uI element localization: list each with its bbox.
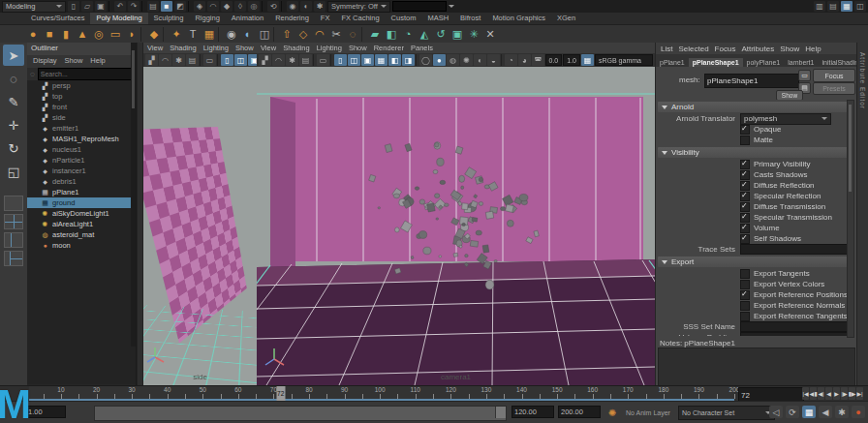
status-icon[interactable] [281, 1, 285, 12]
playback-button[interactable]: ◀| [818, 387, 824, 400]
checkbox[interactable] [740, 181, 750, 191]
viewport-toolbar-icon[interactable] [313, 54, 316, 66]
status-icon[interactable]: ↶ [114, 1, 126, 12]
node-name-field[interactable] [704, 74, 799, 88]
shelf-icon[interactable]: ◐ [240, 27, 256, 42]
viewport-toolbar-icon[interactable]: ▤ [186, 54, 199, 66]
status-icon[interactable]: ◩ [174, 1, 186, 12]
shelf-tab[interactable]: Curves/Surfaces [25, 13, 90, 24]
tool-button[interactable]: ↻ [3, 137, 24, 159]
outliner-item[interactable]: moon [27, 240, 136, 251]
pin-icon[interactable]: ▭ [798, 70, 811, 81]
menu-set-dropdown[interactable]: Modeling [2, 1, 66, 13]
focus-button[interactable]: Focus [813, 69, 855, 82]
character-set-icon[interactable]: ✺ [605, 406, 619, 419]
viewport-toolbar-icon[interactable]: ● [433, 54, 446, 66]
sidebar-toggle-icon[interactable]: ▦ [841, 1, 852, 12]
outliner-search-input[interactable] [38, 68, 133, 80]
shelf-icon[interactable] [361, 27, 366, 42]
shelf-icon[interactable]: ◌ [345, 27, 360, 42]
ae-menu[interactable]: Show [780, 45, 799, 53]
shelf-icon[interactable]: ▰ [367, 27, 383, 42]
viewport-toolbar-icon[interactable]: ▭ [203, 54, 216, 66]
viewport-toolbar-icon[interactable] [416, 54, 418, 66]
status-icon[interactable]: ▣ [95, 1, 107, 12]
checkbox[interactable] [740, 301, 750, 311]
viewport-toolbar-icon[interactable]: ▦ [375, 54, 388, 66]
timeline-ruler[interactable]: 72 1020304050607080901001101201301401501… [29, 386, 734, 401]
tool-button[interactable]: ✎ [3, 91, 24, 112]
status-icon[interactable]: ◠ [207, 1, 219, 12]
section-arnold[interactable]: Arnold [658, 102, 848, 112]
playback-button[interactable]: ▮▶ [849, 387, 855, 400]
status-input-field[interactable] [392, 1, 447, 12]
shelf-icon[interactable]: ↺ [433, 27, 449, 42]
shelf-tab[interactable]: Animation [226, 13, 269, 24]
playback-option-icon[interactable]: ◀ [819, 406, 832, 418]
viewport-toolbar-icon[interactable]: ◍ [447, 54, 459, 66]
viewport-menu[interactable]: Panels [411, 44, 433, 52]
status-icon[interactable]: ◆ [221, 1, 232, 12]
viewport-menu[interactable]: Renderer [374, 44, 404, 52]
gamma-value[interactable]: 1.0 [563, 54, 580, 66]
viewport-menu[interactable]: Show [349, 44, 367, 52]
checkbox[interactable] [740, 213, 750, 223]
playback-end-field[interactable] [512, 406, 554, 418]
shelf-icon[interactable]: ◔ [400, 27, 416, 42]
shelf-icon[interactable]: ◫ [257, 27, 272, 42]
outliner-item[interactable]: debris1 [27, 176, 136, 187]
checkbox[interactable] [740, 290, 750, 300]
viewport-toolbar-icon[interactable]: ◫ [348, 54, 360, 66]
viewport-toolbar-icon[interactable]: ◯ [419, 54, 432, 66]
shelf-icon[interactable]: ✳ [466, 27, 481, 42]
status-icon[interactable]: ◎ [248, 1, 260, 12]
status-icon[interactable]: ◐ [300, 1, 312, 12]
ae-menu[interactable]: Selected [678, 45, 708, 53]
ae-node-tab[interactable]: polyPlane1 [743, 58, 785, 67]
viewport-toolbar-icon[interactable]: ▞ [259, 54, 271, 66]
shelf-icon[interactable]: ◗ [124, 27, 140, 42]
shelf-icon[interactable]: ◎ [91, 27, 107, 42]
viewport-toolbar-icon[interactable]: ◠ [159, 54, 171, 66]
outliner-item[interactable]: persp [27, 80, 136, 91]
ae-menu[interactable]: Help [805, 45, 821, 53]
playback-button[interactable]: ◀ [825, 387, 832, 400]
checkbox[interactable] [740, 136, 750, 145]
view-transform-dropdown[interactable]: sRGB gamma [595, 54, 653, 66]
outliner-item[interactable]: aiSkyDomeLight1 [27, 208, 136, 219]
checkbox[interactable] [740, 224, 750, 233]
symmetry-dropdown[interactable]: Symmetry: Off [327, 1, 390, 13]
sidebar-toggle-icon[interactable]: ◫ [854, 1, 866, 12]
shelf-tab[interactable]: Rendering [269, 13, 315, 24]
pane-divider[interactable] [137, 43, 143, 385]
section-visibility[interactable]: Visibility [658, 147, 848, 158]
viewport-scene[interactable]: camera1 [257, 67, 655, 385]
viewport-toolbar-icon[interactable] [200, 54, 202, 66]
viewport-menu[interactable]: Show [235, 44, 254, 52]
shelf-tab[interactable]: XGen [551, 13, 581, 24]
shelf-icon[interactable]: ▦ [202, 27, 217, 42]
checkbox[interactable] [740, 269, 750, 279]
playback-option-icon[interactable]: ● [852, 406, 865, 418]
range-slider-bar[interactable] [94, 406, 507, 421]
outliner-item[interactable]: front [27, 102, 136, 112]
trace-sets-field[interactable] [740, 244, 850, 255]
shelf-icon[interactable]: ◇ [295, 27, 311, 42]
viewport-toolbar-icon[interactable]: ◧ [388, 54, 401, 66]
viewport-toolbar-icon[interactable]: ▞ [145, 54, 158, 66]
viewport-toolbar-icon[interactable]: ▭ [317, 54, 329, 66]
shelf-icon[interactable]: ✕ [482, 27, 498, 42]
layout-split-pane-button[interactable] [4, 232, 23, 248]
shelf-tab[interactable]: Motion Graphics [486, 13, 551, 24]
shelf-icon[interactable]: ▭ [108, 27, 123, 42]
ae-node-tab[interactable]: pPlaneShape1 [689, 58, 743, 67]
sidebar-toggle-icon[interactable]: ▤ [827, 1, 839, 12]
shelf-tab[interactable]: Poly Modeling [90, 13, 147, 24]
shelf-icon[interactable]: T [185, 27, 201, 42]
outliner-item[interactable]: ground [27, 197, 136, 208]
status-icon[interactable]: ▯ [68, 1, 79, 12]
color-management-icon[interactable]: ▦ [581, 54, 594, 66]
sidebar-toggle-icon[interactable]: ▥ [814, 1, 825, 12]
layout-outliner-persp-button[interactable] [4, 251, 23, 266]
viewport-toolbar-icon[interactable] [330, 54, 333, 66]
